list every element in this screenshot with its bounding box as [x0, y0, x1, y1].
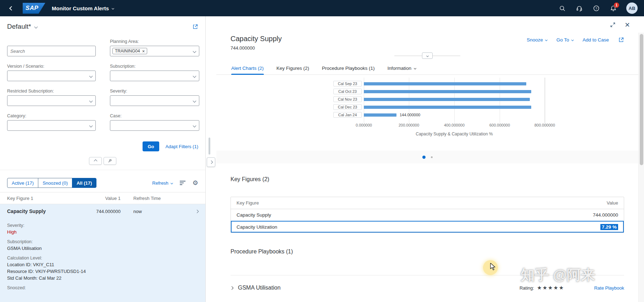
key-figure-row[interactable]: Capacity Utilization7.29 %: [231, 221, 624, 233]
chevron-right-icon: [209, 161, 213, 164]
close-icon[interactable]: ×: [625, 22, 630, 28]
key-figures-table: Key Figure Value Capacity Supply744.0000…: [231, 197, 624, 233]
tab-key-figures-2-[interactable]: Key Figures (2): [277, 62, 309, 74]
column-refresh-time: Refresh Time: [121, 196, 198, 201]
back-button[interactable]: [6, 3, 16, 13]
support-headset-icon[interactable]: [575, 4, 583, 12]
key-figures-heading: Key Figures (2): [231, 176, 624, 183]
alert-list-item-selected[interactable]: Capacity Supply 744.000000 now Severity:…: [0, 204, 205, 302]
alert-detail-label: Subscription:: [7, 239, 198, 244]
notifications-bell-icon[interactable]: 1: [609, 4, 617, 12]
case-label: Case:: [110, 113, 199, 119]
fullscreen-icon[interactable]: [610, 22, 616, 28]
avatar[interactable]: AB: [626, 2, 638, 14]
version-scenario-select[interactable]: [7, 71, 96, 81]
chevron-down-icon: [193, 99, 196, 103]
search-field-label: [7, 39, 96, 44]
search-input[interactable]: [7, 46, 96, 56]
sap-logo: SAP: [23, 3, 45, 14]
category-label: Category:: [7, 113, 96, 119]
shell-bar: SAP Monitor Custom Alerts ? 1 AB: [0, 0, 644, 16]
chart-category-label: Cal Oct 23: [333, 89, 362, 94]
playbook-name: GSMA Utilisation: [238, 285, 281, 291]
rate-playbook-link[interactable]: Rate Playbook: [594, 285, 624, 291]
chevron-down-icon: [545, 39, 548, 41]
detail-subtitle: 744.000000: [231, 45, 282, 51]
page-scrollbar[interactable]: [638, 33, 644, 302]
alert-filter-tab-active-17-[interactable]: Active (17): [7, 178, 38, 188]
subscription-select[interactable]: [110, 71, 199, 81]
alert-filter-tab-snoozed-0-[interactable]: Snoozed (0): [38, 178, 72, 188]
detail-title: Capacity Supply: [231, 35, 282, 43]
alert-detail-value: Location ID: VKIY_C11: [7, 262, 198, 267]
chevron-down-icon: [193, 50, 196, 53]
category-select[interactable]: [7, 120, 96, 131]
snooze-button[interactable]: Snooze: [527, 37, 547, 43]
chart-tick-label: 400.000000: [444, 123, 465, 127]
add-to-case-button[interactable]: Add to Case: [583, 37, 609, 43]
alert-detail-value: Std Cal Month: Cal Mar 22: [7, 275, 198, 281]
panel-scrollbar-thumb[interactable]: [209, 138, 210, 155]
key-figure-row[interactable]: Capacity Supply744.000000: [231, 209, 624, 221]
sort-icon[interactable]: [180, 180, 185, 186]
share-icon[interactable]: [618, 37, 624, 43]
sap-logo-text: SAP: [26, 5, 38, 12]
severity-select[interactable]: [110, 95, 199, 106]
alert-list-header: Key Figure 1 Value 1 Refresh Time: [0, 192, 205, 204]
rating-label: Rating:: [520, 285, 534, 291]
capacity-bar-chart: Cal Sep 23Cal Oct 23Cal Nov 23Cal Dec 23…: [333, 80, 603, 136]
alert-detail-panel: × Capacity Supply 744.000000 Snooze Go T…: [216, 16, 644, 302]
chart-category-label: Cal Sep 23: [333, 81, 362, 86]
settings-gear-icon[interactable]: ⚙: [193, 180, 198, 186]
chart-category-label: Cal Nov 23: [333, 96, 362, 102]
alert-row[interactable]: Capacity Supply 744.000000 now: [7, 204, 198, 218]
alert-detail-value: GSMA Utilisation: [7, 246, 198, 251]
alert-detail-value: Resource ID: VKIY-PWRSTUDSD1-14: [7, 269, 198, 274]
notification-badge: 1: [614, 2, 619, 8]
share-icon[interactable]: [192, 24, 198, 30]
adapt-filters-link[interactable]: Adapt Filters (1): [166, 144, 198, 149]
chevron-down-icon: [89, 99, 93, 103]
search-icon[interactable]: [558, 4, 566, 12]
go-button[interactable]: Go: [143, 141, 159, 151]
chevron-down-icon: [193, 74, 196, 78]
planning-area-label: Planning Area:: [110, 39, 199, 44]
tab-procedure-playbooks-1-[interactable]: Procedure Playbooks (1): [322, 62, 375, 74]
column-key-figure: Key Figure 1: [7, 196, 82, 201]
chevron-down-icon: [414, 67, 416, 69]
rating-stars[interactable]: ★★★★★: [537, 285, 564, 291]
expand-panel-button[interactable]: [207, 157, 215, 167]
playbooks-heading: Procedure Playbooks (1): [231, 248, 624, 255]
pin-icon: [107, 158, 112, 163]
planning-area-field[interactable]: TRAINING04 ×: [110, 46, 199, 56]
alert-detail-label: Severity:: [7, 223, 198, 228]
carousel-dot-1[interactable]: [422, 156, 426, 159]
alert-filter-tab-all-17-[interactable]: All (17): [72, 178, 96, 188]
chart-ticks: 0.000000200.000000400.000000600.00000080…: [364, 123, 548, 128]
scrollbar-thumb[interactable]: [640, 34, 643, 165]
tab-alert-charts-2-[interactable]: Alert Charts (2): [231, 62, 264, 74]
variant-selector[interactable]: Default*: [7, 23, 37, 30]
collapse-filter-button[interactable]: [89, 157, 102, 165]
case-select[interactable]: [110, 120, 199, 131]
tab-information[interactable]: Information: [387, 62, 416, 74]
help-icon[interactable]: ?: [592, 4, 600, 12]
expand-chevron-icon[interactable]: [230, 286, 234, 290]
carousel-dot-2[interactable]: [431, 156, 433, 158]
severity-label: Severity:: [110, 89, 199, 94]
alert-details: Severity:HighSubscription:GSMA Utilisati…: [7, 223, 198, 290]
token-remove-icon[interactable]: ×: [142, 49, 145, 54]
chart-tick-label: 800.000000: [534, 123, 555, 127]
chart-bar: [364, 98, 530, 101]
alert-key-figure: Capacity Supply: [7, 208, 82, 214]
column-value: Value: [607, 200, 618, 206]
goto-button[interactable]: Go To: [556, 37, 573, 43]
restricted-subscription-select[interactable]: [7, 95, 96, 106]
refresh-link[interactable]: Refresh: [152, 180, 173, 186]
pin-filter-button[interactable]: [104, 157, 116, 165]
collapse-header-button[interactable]: [422, 52, 433, 59]
key-figures-table-header: Key Figure Value: [231, 197, 624, 209]
app-title-menu[interactable]: Monitor Custom Alerts: [52, 5, 114, 11]
panel-splitter: [206, 16, 216, 302]
chart-tick-label: 200.000000: [399, 123, 419, 127]
